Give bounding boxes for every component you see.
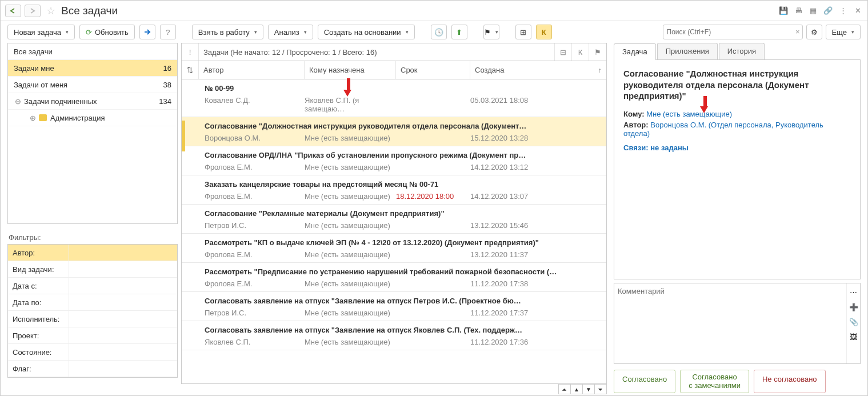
export-icon-button[interactable]: ⬆ (451, 25, 467, 39)
task-row[interactable]: Согласование "Рекламные материалы (Докум… (182, 205, 606, 234)
approve-notes-button[interactable]: Согласованос замечаниями (680, 370, 749, 393)
flag-icon-button[interactable]: ⚑▾ (483, 25, 499, 39)
col-due[interactable]: Срок (396, 61, 470, 79)
detail-author-link[interactable]: Воронцова О.М. (Отдел персонала, Руковод… (623, 121, 823, 138)
task-title: Заказать канцелярские товары на предстоя… (182, 180, 606, 189)
refresh-button[interactable]: ⟳Обновить (79, 25, 135, 39)
task-row[interactable]: № 00-99Ковалев С.Д.Яковлев С.П. (я замещ… (182, 79, 606, 117)
expand-icon[interactable]: ⊕ (29, 114, 37, 122)
hierarchy-icon[interactable]: ⊟ (555, 43, 572, 61)
clock-icon-button[interactable]: 🕓 (431, 25, 447, 39)
close-icon[interactable]: ✕ (853, 6, 863, 16)
detail-tabs: Задача Приложения История (614, 43, 861, 60)
filter-value[interactable] (69, 361, 177, 377)
priority-column-icon[interactable]: ! (182, 43, 199, 61)
col-author[interactable]: Автор (199, 61, 305, 79)
save-icon[interactable]: 💾 (778, 6, 789, 16)
filter-row[interactable]: Исполнитель: (8, 311, 177, 327)
filter-value[interactable] (69, 278, 177, 294)
filter-row[interactable]: Автор: (8, 245, 177, 261)
k-column-icon[interactable]: К (572, 43, 589, 61)
detail-body: Согласование "Должностная инструкция рук… (614, 60, 861, 279)
filter-row[interactable]: Проект: (8, 327, 177, 344)
image-icon[interactable]: 🖼 (849, 333, 858, 342)
task-row[interactable]: Согласовать заявление на отпуск "Заявлен… (182, 321, 606, 350)
detail-links[interactable]: Связи: не заданы (623, 143, 851, 152)
search-box[interactable]: × (663, 25, 803, 39)
task-author: Петров И.С. (182, 221, 305, 230)
more-button[interactable]: Еще▾ (826, 25, 861, 39)
column-header: ⇅ Автор Кому назначена Срок Создана↑ (181, 61, 607, 79)
tab-task[interactable]: Задача (614, 43, 656, 60)
settings-button[interactable]: ⚙ (806, 25, 822, 39)
task-created: 13.12.2020 11:37 (470, 250, 550, 259)
search-clear-icon[interactable]: × (795, 27, 800, 36)
flag-column-icon[interactable]: ⚑ (589, 43, 606, 61)
task-row[interactable]: Согласование ОРД/ЛНА "Приказ об установл… (182, 146, 606, 175)
tree-administration[interactable]: ⊕Администрация (8, 110, 177, 126)
task-list[interactable]: № 00-99Ковалев С.Д.Яковлев С.П. (я замещ… (181, 79, 607, 384)
task-row[interactable]: Согласование "Должностная инструкция рук… (182, 117, 606, 146)
reject-button[interactable]: Не согласовано (754, 370, 826, 393)
filter-row[interactable]: Вид задачи: (8, 261, 177, 278)
task-author: Фролова Е.М. (182, 250, 305, 259)
forward-arrow-button[interactable] (139, 25, 155, 39)
filter-value[interactable] (69, 294, 177, 310)
tab-attachments[interactable]: Приложения (657, 43, 718, 59)
task-author: Яковлев С.П. (182, 338, 305, 346)
filter-value[interactable] (69, 311, 177, 327)
tree-subordinates[interactable]: ⊖Задачи подчиненных134 (8, 93, 177, 110)
col-assignee[interactable]: Кому назначена (305, 61, 396, 79)
expand-icon[interactable]: ⋯ (849, 288, 858, 297)
create-based-button[interactable]: Создать на основании▾ (318, 25, 415, 39)
nav-forward-button[interactable] (25, 5, 41, 17)
tab-history[interactable]: История (719, 43, 765, 59)
filter-row[interactable]: Дата с: (8, 278, 177, 294)
take-work-button[interactable]: Взять в работу▾ (192, 25, 263, 39)
new-task-button[interactable]: Новая задача▾ (7, 25, 75, 39)
filter-value[interactable] (69, 327, 177, 343)
filters-label: Фильтры: (9, 233, 178, 242)
print-icon[interactable]: 🖶 (793, 6, 803, 16)
attach-icon[interactable]: 📎 (849, 318, 858, 327)
add-icon[interactable]: ➕ (849, 303, 858, 312)
detail-to-link[interactable]: Мне (есть замещающие) (646, 110, 732, 118)
k-button[interactable]: К (536, 25, 552, 39)
nav-top-icon[interactable]: ⏶ (558, 384, 571, 394)
left-pane: Все задачи Задачи мне16 Задачи от меня38… (1, 43, 178, 395)
task-title: Согласовать заявление на отпуск "Заявлен… (182, 297, 606, 305)
task-due (396, 279, 470, 288)
status-column-icon[interactable]: ⇅ (182, 61, 199, 79)
tree-tasks-from-me[interactable]: Задачи от меня38 (8, 77, 177, 93)
task-row[interactable]: Рассмотреть "КП о выдаче ключей ЭП (№ 4 … (182, 234, 606, 263)
filter-value[interactable] (69, 261, 177, 277)
task-title: Согласование "Должностная инструкция рук… (182, 122, 606, 130)
analyze-button[interactable]: Анализ▾ (268, 25, 313, 39)
filter-row[interactable]: Состояние: (8, 344, 177, 361)
search-input[interactable] (667, 25, 790, 39)
task-row[interactable]: Рассмотреть "Предписание по устранению н… (182, 263, 606, 292)
filter-value[interactable] (69, 245, 177, 261)
page-title: Все задачи (61, 5, 118, 17)
comment-input[interactable] (614, 283, 846, 363)
nav-down-icon[interactable]: ▼ (582, 384, 595, 394)
collapse-icon[interactable]: ⊖ (14, 97, 22, 106)
filter-value[interactable] (69, 344, 177, 360)
filter-row[interactable]: Дата по: (8, 294, 177, 311)
task-row[interactable]: Заказать канцелярские товары на предстоя… (182, 175, 606, 205)
nav-back-button[interactable] (5, 5, 21, 17)
link-icon[interactable]: 🔗 (823, 6, 833, 16)
task-row[interactable]: Согласовать заявление на отпуск "Заявлен… (182, 292, 606, 321)
approve-button[interactable]: Согласовано (614, 370, 675, 393)
filter-row[interactable]: Флаг: (8, 361, 177, 377)
report-icon[interactable]: ▦ (808, 6, 818, 16)
tree-tasks-to-me[interactable]: Задачи мне16 (8, 60, 177, 77)
tree-all-tasks[interactable]: Все задачи (8, 43, 177, 60)
more-icon[interactable]: ⋮ (838, 6, 848, 16)
tree-icon-button[interactable]: ⊞ (515, 25, 531, 39)
nav-bottom-icon[interactable]: ⏷ (594, 384, 607, 394)
col-created[interactable]: Создана↑ (470, 61, 606, 79)
favorite-star-icon[interactable]: ☆ (46, 5, 55, 17)
help-button[interactable]: ? (160, 25, 176, 39)
nav-up-icon[interactable]: ▲ (570, 384, 583, 394)
